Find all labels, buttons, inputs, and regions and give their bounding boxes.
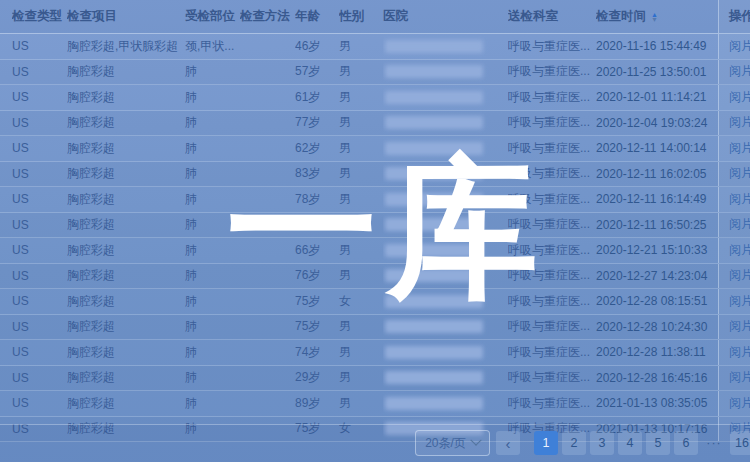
table-header-row: 检查类型 检查项目 受检部位 检查方法 年龄 性别 医院 送检科室 检查时间 ▲… (0, 0, 750, 34)
cell-hospital (383, 366, 508, 391)
cell-type: US (12, 111, 67, 136)
cell-type: US (12, 60, 67, 85)
cell-type: US (12, 213, 67, 238)
hospital-redacted-blur (385, 193, 483, 206)
cell-age: 74岁 (295, 340, 339, 365)
hospital-redacted-blur (385, 371, 483, 384)
cell-time: 2020-12-11 14:00:14 (596, 136, 718, 161)
cell-type: US (12, 85, 67, 110)
cell-dept: 呼吸与重症医... (508, 187, 596, 212)
cell-gender: 男 (339, 187, 383, 212)
table-row: US胸腔彩超,甲状腺彩超颈,甲状...46岁男呼吸与重症医...2020-11-… (0, 34, 750, 60)
cell-gender: 男 (339, 60, 383, 85)
cell-dept: 呼吸与重症医... (508, 264, 596, 289)
cell-age: 89岁 (295, 391, 339, 416)
cell-item: 胸腔彩超 (67, 264, 185, 289)
cell-time: 2020-12-01 11:14:21 (596, 85, 718, 110)
cell-action: 阅片 (718, 60, 750, 85)
view-film-link[interactable]: 阅片 (729, 38, 750, 55)
table-row: US胸腔彩超肺66岁男呼吸与重症医...2020-12-21 15:10:33阅… (0, 238, 750, 264)
cell-gender: 男 (339, 391, 383, 416)
cell-type: US (12, 162, 67, 187)
cell-age: 75岁 (295, 315, 339, 340)
prev-page-button[interactable]: ‹ (496, 431, 520, 455)
view-film-link[interactable]: 阅片 (729, 369, 750, 386)
cell-age: 76岁 (295, 264, 339, 289)
cell-hospital (383, 111, 508, 136)
col-header-gender: 性别 (339, 0, 383, 33)
page-button-6[interactable]: 6 (674, 431, 698, 455)
view-film-link[interactable]: 阅片 (729, 293, 750, 310)
cell-method (240, 391, 295, 416)
cell-method (240, 238, 295, 263)
cell-hospital (383, 264, 508, 289)
cell-part: 肺 (185, 315, 240, 340)
cell-time: 2020-12-28 08:15:51 (596, 289, 718, 314)
page-button-3[interactable]: 3 (590, 431, 614, 455)
cell-time: 2020-12-28 10:24:30 (596, 315, 718, 340)
cell-dept: 呼吸与重症医... (508, 60, 596, 85)
more-pages-ellipsis-icon: ··· (702, 431, 726, 455)
table-row: US胸腔彩超肺83岁男呼吸与重症医...2020-12-11 16:02:05阅… (0, 162, 750, 188)
cell-gender: 男 (339, 136, 383, 161)
sort-ascending-icon[interactable]: ▲▼ (651, 12, 658, 22)
exam-time-header-label: 检查时间 (596, 8, 646, 25)
view-film-link[interactable]: 阅片 (729, 344, 750, 361)
view-film-link[interactable]: 阅片 (729, 395, 750, 412)
cell-time: 2021-01-13 08:35:05 (596, 391, 718, 416)
cell-type: US (12, 136, 67, 161)
view-film-link[interactable]: 阅片 (729, 89, 750, 106)
cell-time: 2020-12-28 16:45:16 (596, 366, 718, 391)
col-header-department: 送检科室 (508, 0, 596, 33)
table-row: US胸腔彩超肺89岁男呼吸与重症医...2021-01-13 08:35:05阅… (0, 391, 750, 417)
cell-hospital (383, 162, 508, 187)
page-button-2[interactable]: 2 (562, 431, 586, 455)
cell-part: 肺 (185, 340, 240, 365)
page-button-1[interactable]: 1 (534, 431, 558, 455)
table-row: US胸腔彩超肺76岁女呼吸与重症医...2020-12-11 16:50:25阅… (0, 213, 750, 239)
cell-part: 肺 (185, 111, 240, 136)
view-film-link[interactable]: 阅片 (729, 191, 750, 208)
page-button-16[interactable]: 16 (730, 431, 750, 455)
page-number-list: ‹123456···16 (496, 431, 750, 455)
cell-part: 颈,甲状... (185, 34, 240, 59)
cell-part: 肺 (185, 213, 240, 238)
cell-part: 肺 (185, 136, 240, 161)
hospital-redacted-blur (385, 218, 483, 231)
cell-action: 阅片 (718, 111, 750, 136)
cell-method (240, 289, 295, 314)
page-button-5[interactable]: 5 (646, 431, 670, 455)
view-film-link[interactable]: 阅片 (729, 165, 750, 182)
cell-item: 胸腔彩超 (67, 187, 185, 212)
cell-hospital (383, 213, 508, 238)
col-header-exam-time-sortable[interactable]: 检查时间 ▲▼ (596, 0, 718, 33)
cell-method (240, 136, 295, 161)
cell-hospital (383, 60, 508, 85)
col-header-hospital: 医院 (383, 0, 508, 33)
cell-item: 胸腔彩超 (67, 85, 185, 110)
view-film-link[interactable]: 阅片 (729, 216, 750, 233)
page-button-4[interactable]: 4 (618, 431, 642, 455)
cell-gender: 男 (339, 366, 383, 391)
cell-time: 2020-12-11 16:14:49 (596, 187, 718, 212)
cell-gender: 男 (339, 111, 383, 136)
cell-part: 肺 (185, 289, 240, 314)
cell-method (240, 264, 295, 289)
cell-time: 2020-12-28 11:38:11 (596, 340, 718, 365)
view-film-link[interactable]: 阅片 (729, 114, 750, 131)
view-film-link[interactable]: 阅片 (729, 318, 750, 335)
hospital-redacted-blur (385, 40, 483, 53)
view-film-link[interactable]: 阅片 (729, 140, 750, 157)
cell-action: 阅片 (718, 289, 750, 314)
cell-gender: 男 (339, 238, 383, 263)
view-film-link[interactable]: 阅片 (729, 63, 750, 80)
cell-age: 29岁 (295, 366, 339, 391)
cell-age: 61岁 (295, 85, 339, 110)
view-film-link[interactable]: 阅片 (729, 242, 750, 259)
cell-dept: 呼吸与重症医... (508, 340, 596, 365)
page-size-select[interactable]: 20条/页 (415, 430, 490, 456)
view-film-link[interactable]: 阅片 (729, 267, 750, 284)
table-row: US胸腔彩超肺74岁男呼吸与重症医...2020-12-28 11:38:11阅… (0, 340, 750, 366)
col-header-age: 年龄 (295, 0, 339, 33)
cell-dept: 呼吸与重症医... (508, 315, 596, 340)
